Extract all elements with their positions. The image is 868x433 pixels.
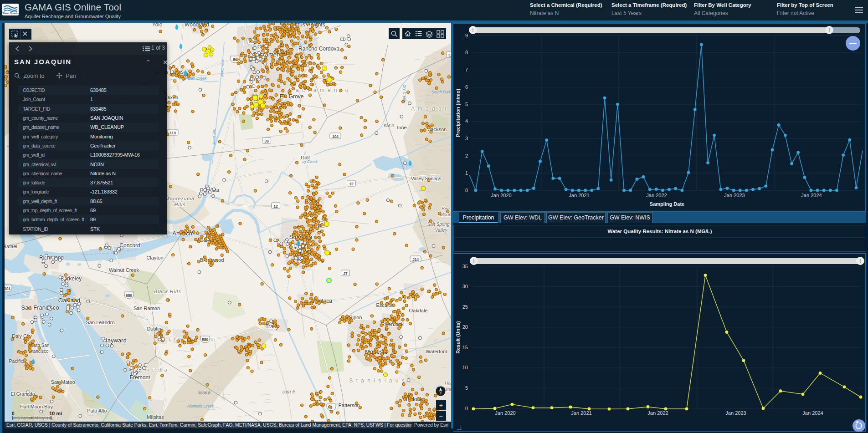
svg-text:Jan 2023: Jan 2023 <box>725 410 746 416</box>
svg-text:1: 1 <box>465 170 468 176</box>
svg-text:680: 680 <box>126 293 132 298</box>
svg-text:12: 12 <box>273 204 278 209</box>
svg-text:Jan 2021: Jan 2021 <box>571 410 591 416</box>
svg-text:7: 7 <box>465 67 468 72</box>
svg-text:Jan 2020: Jan 2020 <box>495 410 515 416</box>
svg-text:0: 0 <box>12 411 15 416</box>
svg-text:8: 8 <box>465 50 468 55</box>
svg-text:Jan 2024: Jan 2024 <box>801 193 822 198</box>
svg-text:Jan 2022: Jan 2022 <box>646 193 667 198</box>
svg-text:Dry Creek: Dry Creek <box>402 85 407 102</box>
svg-text:5: 5 <box>465 102 468 107</box>
svg-text:S t a n i s l a u s: S t a n i s l a u s <box>349 377 405 384</box>
svg-text:↓: ↓ <box>459 423 462 430</box>
svg-text:Hayward: Hayward <box>103 337 126 344</box>
svg-text:Hog: Hog <box>445 381 451 386</box>
svg-text:10: 10 <box>462 365 468 370</box>
svg-text:2: 2 <box>465 153 468 158</box>
svg-text:0: 0 <box>465 406 468 411</box>
svg-text:Montezuma: Montezuma <box>165 196 195 201</box>
svg-text:15: 15 <box>462 345 468 350</box>
svg-text:Dublin: Dublin <box>147 326 161 331</box>
svg-text:104: 104 <box>332 134 339 139</box>
svg-text:35: 35 <box>462 264 468 269</box>
svg-text:0: 0 <box>465 188 468 193</box>
svg-text:Waterford: Waterford <box>426 349 447 354</box>
svg-text:cy Creek: cy Creek <box>302 159 318 164</box>
svg-text:Folsom: Folsom <box>401 23 417 24</box>
svg-text:Tule Canal: Tule Canal <box>212 128 216 145</box>
svg-text:Dixon: Dixon <box>165 95 178 100</box>
svg-text:Oakdale: Oakdale <box>409 308 428 313</box>
svg-text:4: 4 <box>465 118 468 124</box>
svg-text:25: 25 <box>462 304 468 310</box>
svg-text:J14: J14 <box>412 257 419 262</box>
svg-text:Pacifica: Pacifica <box>9 358 26 364</box>
svg-text:6: 6 <box>465 84 468 90</box>
svg-text:30: 30 <box>462 284 468 289</box>
svg-text:Yolo: Yolo <box>152 23 163 28</box>
svg-text:3361 ft: 3361 ft <box>282 390 295 394</box>
svg-text:Palo Alto: Palo Alto <box>87 408 107 413</box>
svg-text:Half Moon Bay: Half Moon Bay <box>20 404 53 409</box>
svg-text:Jan 2024: Jan 2024 <box>802 410 823 416</box>
svg-text:Jan 2021: Jan 2021 <box>569 193 589 198</box>
svg-text:Rancho Cordova: Rancho Cordova <box>298 46 339 52</box>
svg-text:Alameda Creek: Alameda Creek <box>187 404 214 408</box>
svg-text:Milpitas: Milpitas <box>147 414 164 420</box>
svg-text:Hills: Hills <box>175 202 186 207</box>
svg-text:Ione: Ione <box>397 125 406 130</box>
svg-text:3: 3 <box>465 136 468 141</box>
svg-text:San Ramon: San Ramon <box>134 306 160 311</box>
svg-text:Sampling Date: Sampling Date <box>650 201 684 207</box>
svg-text:5: 5 <box>465 385 468 391</box>
svg-text:San Mateo: San Mateo <box>51 379 75 385</box>
svg-text:E: E <box>448 53 451 57</box>
svg-text:El Granada: El Granada <box>10 391 35 397</box>
svg-text:101: 101 <box>5 286 10 291</box>
svg-text:10 mi: 10 mi <box>49 411 62 416</box>
svg-text:Result (Units): Result (Units) <box>455 321 461 354</box>
svg-text:Jan 2020: Jan 2020 <box>491 193 511 198</box>
svg-text:20: 20 <box>462 324 468 330</box>
svg-text:Rafael: Rafael <box>5 244 17 249</box>
svg-text:Black Hills: Black Hills <box>154 289 181 294</box>
svg-text:J7: J7 <box>343 271 348 276</box>
svg-text:Valley Springs: Valley Springs <box>411 176 441 181</box>
svg-text:Jan 2023: Jan 2023 <box>724 193 745 198</box>
svg-text:580: 580 <box>202 337 208 342</box>
svg-text:Clayton: Clayton <box>146 255 163 260</box>
svg-text:Moun: Moun <box>440 212 451 217</box>
svg-text:Manteca: Manteca <box>311 298 332 304</box>
svg-text:Walnut Creek: Walnut Creek <box>109 267 139 273</box>
svg-text:J8: J8 <box>264 139 269 143</box>
svg-text:San Leandro: San Leandro <box>86 320 115 325</box>
svg-text:3836 ft: 3836 ft <box>198 391 211 395</box>
svg-text:South Fork: South Fork <box>431 90 451 94</box>
svg-text:616 ft: 616 ft <box>384 123 394 128</box>
svg-text:San Francisco: San Francisco <box>21 304 59 311</box>
svg-text:113: 113 <box>169 131 176 135</box>
svg-text:12: 12 <box>349 182 354 186</box>
svg-text:A m a d o r: A m a d o r <box>411 106 447 112</box>
svg-text:Water Boards: Water Boards <box>2 12 19 15</box>
svg-text:Jan 2022: Jan 2022 <box>647 410 668 416</box>
svg-text:Precipitation (in/mo): Precipitation (in/mo) <box>455 88 461 137</box>
svg-text:Tule Canal: Tule Canal <box>221 60 225 77</box>
svg-text:9: 9 <box>465 33 468 38</box>
svg-text:Valley: Valley <box>435 228 448 233</box>
